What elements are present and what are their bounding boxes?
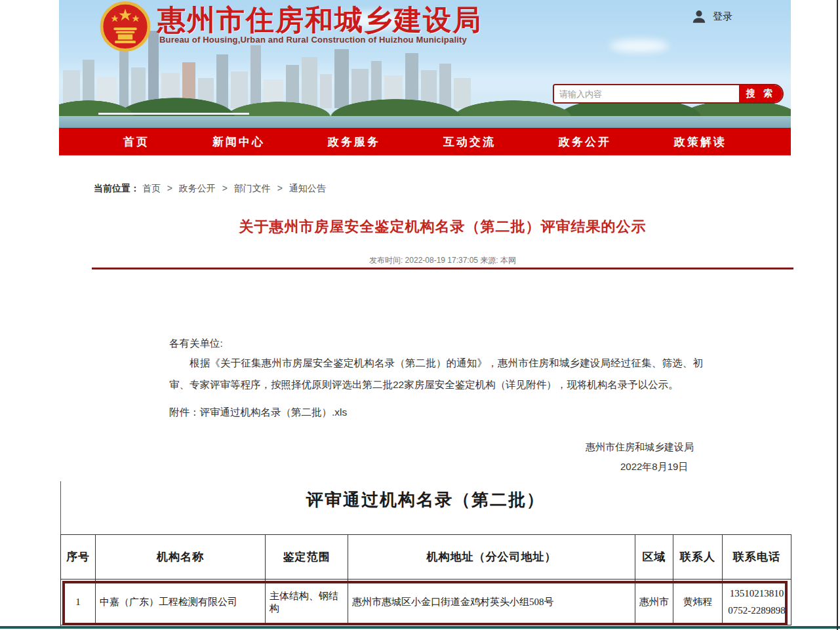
bridge: [98, 113, 249, 115]
breadcrumb-separator: >: [167, 183, 172, 193]
table-row: 1 中嘉（广东）工程检测有限公司 主体结构、钢结构 惠州市惠城区小金口街道金鸡村…: [61, 580, 791, 625]
site-subtitle: Bureau of Housing,Urban and Rural Constr…: [159, 35, 467, 45]
breadcrumb-home[interactable]: 首页: [142, 183, 161, 193]
col-header-no: 序号: [61, 535, 96, 580]
breadcrumb-separator: >: [277, 183, 283, 193]
cell-contact: 黄炜程: [673, 580, 723, 625]
signature-org: 惠州市住房和城乡建设局: [586, 441, 694, 454]
phone-line-2: 0752-2289898: [727, 602, 787, 620]
col-header-scope: 鉴定范围: [266, 535, 348, 580]
table-header-row: 序号 机构名称 鉴定范围 机构地址（分公司地址） 区域 联系人 联系电话: [61, 535, 791, 580]
signature-date: 2022年8月19日: [620, 461, 688, 473]
national-emblem-logo: [97, 1, 153, 54]
login-label: 登录: [713, 10, 732, 23]
col-header-address: 机构地址（分公司地址）: [348, 535, 635, 580]
breadcrumb-disclosure[interactable]: 政务公开: [179, 183, 216, 193]
nav-item-policy[interactable]: 政策解读: [674, 134, 727, 149]
main-nav: 首页 新闻中心 政务服务 互动交流 政务公开 政策解读: [59, 128, 791, 155]
breadcrumb-dept-files[interactable]: 部门文件: [234, 183, 271, 193]
user-icon: [690, 8, 708, 25]
article-salutation: 各有关单位:: [169, 337, 223, 351]
page: 惠州市住房和城乡建设局 Bureau of Housing,Urban and …: [0, 0, 840, 630]
article-title: 关于惠州市房屋安全鉴定机构名录（第二批）评审结果的公示: [92, 217, 793, 237]
cell-address: 惠州市惠城区小金口街道金鸡村英头小组508号: [348, 580, 635, 625]
search-button[interactable]: 搜 索: [739, 85, 782, 102]
title-divider: [92, 267, 793, 269]
col-header-contact: 联系人: [673, 535, 723, 580]
nav-item-interaction[interactable]: 互动交流: [443, 134, 496, 149]
right-border-line: [837, 0, 838, 630]
cell-scope: 主体结构、钢结构: [266, 580, 348, 625]
site-title: 惠州市住房和城乡建设局: [157, 1, 482, 39]
roster-table: 序号 机构名称 鉴定范围 机构地址（分公司地址） 区域 联系人 联系电话 1 中…: [60, 534, 791, 625]
bottom-border-line: [0, 626, 840, 629]
col-header-region: 区域: [635, 535, 673, 580]
breadcrumb: 当前位置： 首页 > 政务公开 > 部门文件 > 通知公告: [94, 183, 326, 195]
search-input[interactable]: [554, 85, 739, 102]
nav-item-news[interactable]: 新闻中心: [212, 134, 265, 149]
river: [59, 116, 791, 128]
breadcrumb-label: 当前位置：: [94, 183, 140, 193]
nav-item-services[interactable]: 政务服务: [328, 134, 380, 149]
cell-phone: 13510213810 0752-2289898: [723, 580, 791, 625]
login-button[interactable]: 登录: [690, 8, 732, 25]
banner-photo: 惠州市住房和城乡建设局 Bureau of Housing,Urban and …: [59, 0, 791, 128]
nav-item-home[interactable]: 首页: [123, 134, 150, 149]
col-header-name: 机构名称: [96, 535, 266, 580]
article-paragraph: 根据《关于征集惠州市房屋安全鉴定机构名录（第二批）的通知》，惠州市住房和城乡建设…: [169, 352, 703, 395]
cell-no: 1: [61, 580, 96, 625]
phone-line-1: 13510213810: [727, 585, 787, 602]
col-header-phone: 联系电话: [723, 535, 791, 580]
attachment-link[interactable]: 附件：评审通过机构名录（第二批）.xls: [169, 406, 347, 420]
article-meta: 发布时间: 2022-08-19 17:37:05 来源: 本网: [92, 255, 793, 266]
roster-title: 评审通过机构名录（第二批）: [60, 488, 791, 511]
cell-name: 中嘉（广东）工程检测有限公司: [96, 580, 266, 625]
breadcrumb-notices[interactable]: 通知公告: [289, 183, 326, 193]
cell-region: 惠州市: [635, 580, 673, 625]
nav-item-disclosure[interactable]: 政务公开: [559, 134, 611, 149]
breadcrumb-separator: >: [222, 183, 228, 193]
search-bar: 搜 索: [553, 84, 784, 104]
